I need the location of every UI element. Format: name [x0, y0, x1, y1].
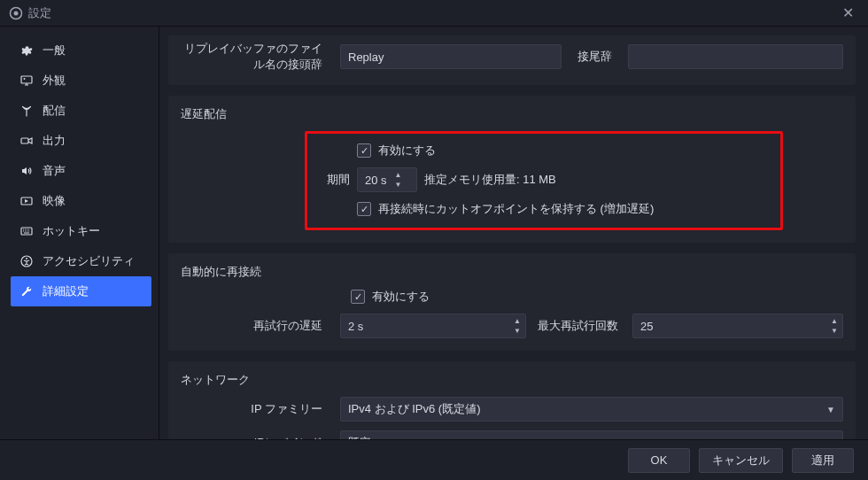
speaker-icon — [19, 165, 34, 177]
reconnect-enable-label: 有効にする — [372, 289, 430, 305]
section-network-title: ネットワーク — [181, 372, 843, 388]
section-delay-title: 遅延配信 — [181, 106, 843, 122]
delay-duration-label: 期間 — [322, 172, 350, 188]
antenna-icon — [19, 105, 34, 117]
sidebar-item-general[interactable]: 一般 — [11, 35, 151, 66]
section-replay: リプレイバッファのファイル名の接頭辞 Replay 接尾辞 — [168, 35, 856, 85]
ip-bind-dropdown[interactable]: 既定 ▼ — [340, 430, 843, 439]
video-icon — [19, 195, 34, 207]
ip-family-label: IP ファミリー — [181, 401, 331, 417]
section-reconnect: 自動的に再接続 ✓ 有効にする 再試行の遅延 2 s ▲ ▼ 最大再試行回数 2… — [168, 253, 856, 351]
delay-enable-label: 有効にする — [378, 143, 436, 159]
gear-icon — [19, 44, 34, 57]
svg-point-9 — [26, 258, 27, 259]
spinner-down-icon[interactable]: ▼ — [511, 326, 523, 336]
footer: OK キャンセル 適用 — [0, 439, 868, 480]
replay-suffix-label: 接尾辞 — [570, 49, 619, 65]
svg-rect-2 — [21, 76, 32, 83]
retry-delay-spinner[interactable]: 2 s ▲ ▼ — [340, 314, 526, 338]
svg-rect-5 — [21, 138, 28, 143]
sidebar-item-label: ホットキー — [43, 223, 100, 239]
reconnect-enable-checkbox[interactable]: ✓ — [351, 290, 365, 304]
content-pane: リプレイバッファのファイル名の接頭辞 Replay 接尾辞 遅延配信 ✓ 有効に… — [159, 27, 868, 439]
spinner-up-icon[interactable]: ▲ — [392, 170, 405, 180]
sidebar-item-advanced[interactable]: 詳細設定 — [11, 276, 151, 306]
highlight-box: ✓ 有効にする 期間 20 s ▲ ▼ 推定メモリ使用量: 11 MB — [305, 131, 783, 230]
ok-button[interactable]: OK — [628, 448, 690, 473]
section-network: ネットワーク IP ファミリー IPv4 および IPv6 (既定値) ▼ IP… — [168, 361, 856, 439]
delay-preserve-label: 再接続時にカットオフポイントを保持する (増加遅延) — [378, 201, 654, 217]
svg-point-3 — [24, 78, 26, 80]
close-button[interactable]: ✕ — [837, 4, 859, 21]
sidebar-item-video[interactable]: 映像 — [11, 186, 151, 216]
sidebar-item-label: アクセシビリティ — [43, 253, 135, 269]
delay-duration-spinner[interactable]: 20 s ▲ ▼ — [357, 167, 417, 192]
sidebar-item-label: 出力 — [43, 133, 66, 149]
replay-suffix-input[interactable] — [628, 44, 843, 69]
section-delay: 遅延配信 ✓ 有効にする 期間 20 s ▲ ▼ 推定メモリ使用量: 11 — [168, 96, 856, 243]
sidebar-item-label: 配信 — [43, 103, 66, 119]
accessibility-icon — [19, 255, 34, 267]
spinner-down-icon[interactable]: ▼ — [828, 326, 841, 336]
apply-button[interactable]: 適用 — [792, 448, 854, 473]
spinner-down-icon[interactable]: ▼ — [392, 180, 405, 190]
max-retries-label: 最大再試行回数 — [535, 318, 624, 334]
display-icon — [19, 74, 34, 87]
window-title: 設定 — [28, 5, 51, 21]
sidebar-item-label: 映像 — [43, 193, 66, 209]
sidebar-item-hotkeys[interactable]: ホットキー — [11, 216, 151, 246]
spinner-up-icon[interactable]: ▲ — [828, 316, 841, 326]
section-reconnect-title: 自動的に再接続 — [181, 264, 843, 280]
ip-family-dropdown[interactable]: IPv4 および IPv6 (既定値) ▼ — [340, 397, 843, 422]
delay-memory-label: 推定メモリ使用量: 11 MB — [424, 172, 556, 188]
spinner-up-icon[interactable]: ▲ — [511, 316, 523, 326]
sidebar-item-label: 詳細設定 — [43, 283, 89, 299]
cancel-button[interactable]: キャンセル — [699, 448, 783, 473]
max-retries-spinner[interactable]: 25 ▲ ▼ — [632, 314, 843, 338]
chevron-down-icon: ▼ — [826, 405, 835, 414]
ip-bind-label: IPにバインド — [181, 435, 331, 439]
sidebar-item-label: 音声 — [43, 163, 66, 179]
sidebar-item-output[interactable]: 出力 — [11, 126, 151, 156]
wrench-icon — [19, 285, 34, 298]
sidebar-item-audio[interactable]: 音声 — [11, 156, 151, 186]
sidebar-item-appearance[interactable]: 外観 — [11, 66, 151, 96]
replay-prefix-label: リプレイバッファのファイル名の接頭辞 — [181, 41, 331, 73]
svg-point-1 — [14, 11, 19, 15]
sidebar-item-label: 一般 — [43, 43, 66, 58]
app-icon — [9, 6, 23, 20]
replay-prefix-input[interactable]: Replay — [340, 44, 562, 69]
titlebar: 設定 ✕ — [0, 0, 868, 27]
keyboard-icon — [19, 225, 34, 237]
retry-delay-label: 再試行の遅延 — [181, 318, 331, 334]
svg-point-4 — [26, 108, 27, 110]
delay-enable-checkbox[interactable]: ✓ — [357, 143, 371, 158]
sidebar-item-label: 外観 — [43, 73, 66, 89]
chevron-down-icon: ▼ — [826, 438, 835, 440]
sidebar-item-stream[interactable]: 配信 — [11, 96, 151, 126]
sidebar: 一般 外観 配信 出力 音声 映像 ホットキー アクセシビリティ — [0, 27, 159, 439]
camera-icon — [19, 135, 34, 147]
sidebar-item-accessibility[interactable]: アクセシビリティ — [11, 246, 151, 276]
delay-preserve-checkbox[interactable]: ✓ — [357, 202, 371, 216]
